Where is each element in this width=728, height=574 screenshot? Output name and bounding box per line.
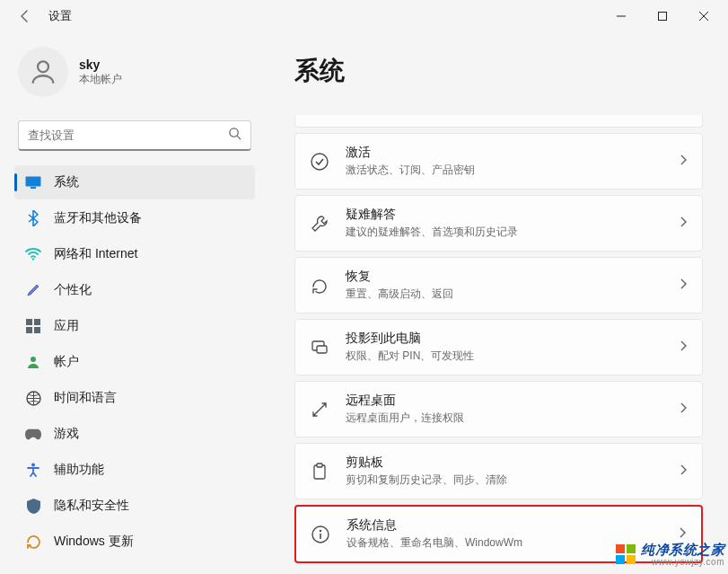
- page-title: 系统: [294, 54, 703, 88]
- minimize-icon: [616, 11, 627, 22]
- chevron-right-icon: [678, 526, 687, 543]
- gamepad-icon: [25, 426, 41, 442]
- sidebar-item-label: 辅助功能: [54, 462, 104, 478]
- person-icon: [28, 57, 58, 87]
- sidebar-item-label: 系统: [54, 174, 79, 190]
- search-box[interactable]: [18, 120, 251, 151]
- card-title: 激活: [346, 145, 662, 161]
- search-input[interactable]: [28, 128, 228, 142]
- sidebar-item-accounts[interactable]: 帐户: [14, 345, 255, 379]
- watermark: 纯净系统之家 www.ycwjzy.com: [616, 542, 724, 567]
- svg-rect-5: [26, 177, 41, 187]
- svg-point-7: [32, 258, 34, 260]
- check-circle-icon: [310, 152, 329, 172]
- card-clipboard[interactable]: 剪贴板 剪切和复制历史记录、同步、清除: [294, 443, 703, 499]
- svg-point-14: [31, 464, 35, 467]
- update-icon: [25, 534, 41, 550]
- windows-logo-icon: [616, 544, 636, 564]
- accessibility-icon: [25, 462, 41, 478]
- sidebar-item-label: Windows 更新: [54, 534, 134, 550]
- info-icon: [311, 525, 330, 544]
- sidebar-item-accessibility[interactable]: 辅助功能: [14, 453, 255, 487]
- display-icon: [25, 174, 41, 190]
- card-subtitle: 重置、高级启动、返回: [346, 287, 662, 302]
- card-title: 投影到此电脑: [346, 331, 662, 347]
- svg-rect-17: [317, 346, 327, 353]
- bluetooth-icon: [25, 210, 41, 226]
- card-subtitle: 远程桌面用户，连接权限: [346, 411, 662, 426]
- svg-rect-11: [34, 327, 40, 333]
- clipboard-icon: [310, 462, 329, 481]
- close-button[interactable]: [683, 0, 724, 32]
- sidebar-item-privacy[interactable]: 隐私和安全性: [14, 489, 255, 523]
- window-title: 设置: [48, 8, 72, 24]
- sidebar-item-label: 帐户: [54, 354, 79, 370]
- project-icon: [310, 338, 329, 358]
- sidebar-item-gaming[interactable]: 游戏: [14, 417, 255, 451]
- sidebar-item-label: 游戏: [54, 426, 79, 442]
- watermark-text: 纯净系统之家: [641, 542, 724, 557]
- maximize-icon: [657, 11, 668, 22]
- sidebar-item-label: 个性化: [54, 282, 92, 298]
- card-subtitle: 建议的疑难解答、首选项和历史记录: [346, 225, 662, 240]
- sidebar-item-label: 时间和语言: [54, 390, 117, 406]
- svg-line-4: [237, 136, 241, 139]
- card-partial-top: [294, 115, 703, 128]
- clock-globe-icon: [25, 390, 41, 406]
- close-icon: [698, 11, 709, 22]
- sidebar-item-time[interactable]: 时间和语言: [14, 381, 255, 415]
- apps-icon: [25, 318, 41, 334]
- card-recovery[interactable]: 恢复 重置、高级启动、返回: [294, 257, 703, 313]
- svg-point-3: [230, 128, 238, 137]
- sidebar: sky 本地帐户 系统 蓝牙和其他设备: [0, 32, 269, 574]
- user-subtitle: 本地帐户: [79, 72, 122, 87]
- shield-icon: [25, 498, 41, 514]
- chevron-right-icon: [679, 340, 688, 356]
- wifi-icon: [25, 246, 41, 262]
- svg-rect-1: [659, 13, 667, 21]
- svg-rect-9: [34, 319, 40, 325]
- sidebar-item-update[interactable]: Windows 更新: [14, 525, 255, 559]
- sidebar-item-label: 应用: [54, 318, 79, 334]
- search-icon: [228, 127, 241, 144]
- card-subtitle: 剪切和复制历史记录、同步、清除: [346, 472, 662, 488]
- main-content: 系统 激活 激活状态、订阅、产品密钥 疑难解答 建议的疑难解答、首选项和历史记录: [269, 32, 728, 574]
- card-title: 系统信息: [346, 517, 662, 534]
- sidebar-item-label: 隐私和安全性: [54, 498, 129, 514]
- sidebar-item-network[interactable]: 网络和 Internet: [14, 237, 255, 271]
- chevron-right-icon: [679, 154, 688, 170]
- person-icon: [25, 354, 41, 370]
- svg-point-15: [311, 154, 328, 170]
- card-remote[interactable]: 远程桌面 远程桌面用户，连接权限: [294, 381, 703, 437]
- user-block[interactable]: sky 本地帐户: [14, 40, 255, 111]
- settings-list: 激活 激活状态、订阅、产品密钥 疑难解答 建议的疑难解答、首选项和历史记录: [294, 115, 703, 563]
- brush-icon: [25, 282, 41, 298]
- recovery-icon: [310, 276, 329, 296]
- sidebar-item-personalization[interactable]: 个性化: [14, 273, 255, 307]
- svg-rect-8: [26, 319, 32, 325]
- sidebar-item-bluetooth[interactable]: 蓝牙和其他设备: [14, 201, 255, 235]
- card-subtitle: 设备规格、重命名电脑、Windo‍wWm: [346, 535, 662, 551]
- chevron-right-icon: [679, 216, 688, 232]
- chevron-right-icon: [679, 402, 688, 418]
- card-title: 剪贴板: [346, 455, 662, 471]
- arrow-left-icon: [18, 9, 32, 23]
- maximize-button[interactable]: [642, 0, 683, 32]
- card-activation[interactable]: 激活 激活状态、订阅、产品密钥: [294, 133, 703, 190]
- user-name: sky: [79, 57, 122, 72]
- back-button[interactable]: [11, 2, 39, 31]
- watermark-url: www.ycwjzy.com: [641, 557, 724, 567]
- card-troubleshoot[interactable]: 疑难解答 建议的疑难解答、首选项和历史记录: [294, 195, 703, 252]
- card-title: 远程桌面: [346, 393, 662, 409]
- card-title: 恢复: [346, 269, 662, 285]
- chevron-right-icon: [679, 464, 688, 480]
- minimize-button[interactable]: [601, 0, 642, 32]
- chevron-right-icon: [679, 278, 688, 294]
- sidebar-item-label: 网络和 Internet: [54, 246, 137, 262]
- sidebar-item-apps[interactable]: 应用: [14, 309, 255, 343]
- sidebar-item-system[interactable]: 系统: [14, 165, 255, 199]
- svg-rect-6: [31, 187, 36, 189]
- svg-rect-10: [26, 327, 32, 333]
- titlebar: 设置: [0, 0, 728, 32]
- card-project[interactable]: 投影到此电脑 权限、配对 PIN、可发现性: [294, 319, 703, 375]
